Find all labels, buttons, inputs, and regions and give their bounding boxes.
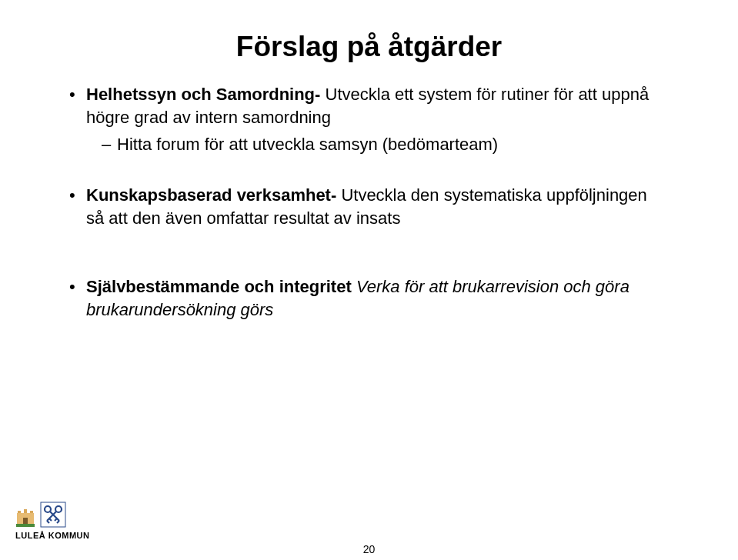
svg-rect-4 (23, 518, 28, 524)
logo: LULEÅ KOMMUN (15, 502, 89, 540)
bullet-item: Självbestämmande och integritet Verka fö… (69, 275, 669, 321)
svg-point-7 (45, 506, 51, 512)
svg-line-13 (49, 518, 52, 521)
sub-list: Hitta forum för att utveckla samsyn (bed… (102, 133, 669, 156)
svg-rect-5 (16, 524, 35, 527)
svg-line-10 (57, 521, 59, 523)
bullet-item: Helhetssyn och Samordning- Utveckla ett … (69, 83, 669, 156)
logo-text: LULEÅ KOMMUN (15, 531, 89, 540)
bullet-lead: Självbestämmande och integritet (86, 277, 356, 296)
sub-item: Hitta forum för att utveckla samsyn (bed… (102, 133, 669, 156)
bullet-list: Helhetssyn och Samordning- Utveckla ett … (69, 83, 669, 322)
svg-rect-0 (18, 511, 21, 513)
svg-rect-1 (24, 509, 27, 513)
svg-rect-2 (30, 511, 33, 513)
bullet-lead: Helhetssyn och Samordning- (86, 85, 320, 104)
bullet-item: Kunskapsbaserad verksamhet- Utveckla den… (69, 184, 669, 229)
page-number: 20 (0, 543, 738, 555)
svg-line-14 (47, 521, 49, 523)
svg-line-9 (55, 518, 57, 521)
slide-title: Förslag på åtgärder (69, 31, 669, 63)
castle-icon (15, 505, 35, 528)
bullet-lead: Kunskapsbaserad verksamhet- (86, 185, 336, 205)
svg-point-11 (55, 506, 62, 512)
logo-row (15, 502, 66, 528)
keys-icon (40, 502, 66, 528)
slide: Förslag på åtgärder Helhetssyn och Samor… (0, 0, 738, 560)
